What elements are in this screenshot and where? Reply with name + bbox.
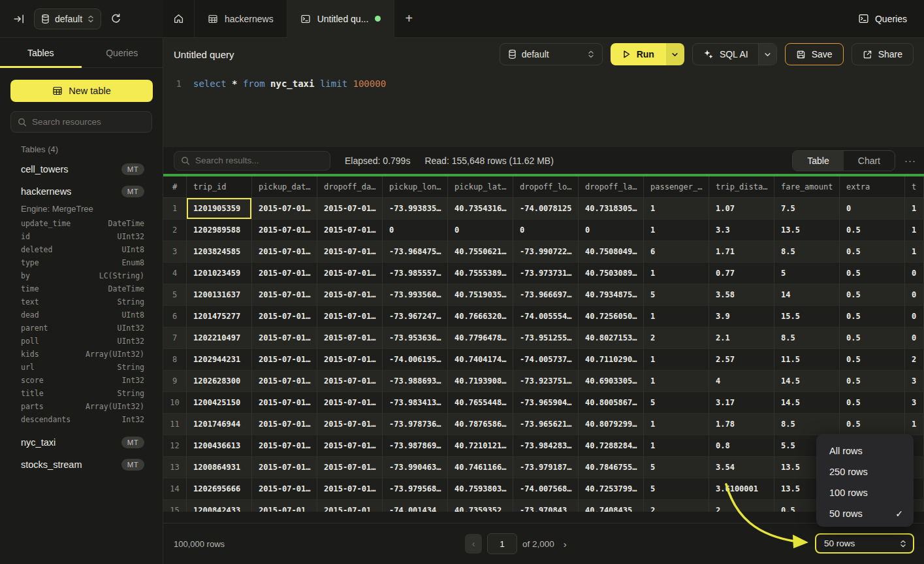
table-cell[interactable]: 0 (383, 220, 448, 241)
table-cell[interactable]: 40.7508049… (579, 241, 644, 263)
table-cell[interactable]: -73.978736… (383, 414, 448, 435)
table-cell[interactable]: -73.965904… (513, 392, 579, 414)
table-cell[interactable]: 2015-07-01… (252, 241, 317, 263)
table-cell[interactable]: 0.5 (840, 263, 905, 284)
table-cell[interactable]: -73.970843 (513, 500, 579, 512)
table-cell[interactable]: 0 (905, 306, 924, 327)
table-cell[interactable]: 40.7210121… (448, 435, 513, 457)
table-cell[interactable]: 40.7519035… (448, 284, 513, 306)
table-cell[interactable]: 2015-07-01… (317, 478, 383, 500)
menu-item-250-rows[interactable]: 250 rows (816, 461, 914, 482)
table-cell[interactable]: 5 (644, 457, 709, 478)
table-cell[interactable]: 40.7593803… (448, 478, 513, 500)
table-cell[interactable]: 40.7934875… (579, 284, 644, 306)
table-cell[interactable]: 2015-07-01… (317, 327, 383, 349)
table-cell[interactable]: 40.7666320… (448, 306, 513, 327)
table-cell[interactable]: 2015-07-01… (317, 306, 383, 327)
new-tab-button[interactable]: + (394, 0, 423, 37)
table-cell[interactable]: 2015-07-01… (252, 349, 317, 371)
table-cell[interactable]: 2015-07-01… (252, 263, 317, 284)
table-cell[interactable]: 2 (644, 327, 709, 349)
table-cell[interactable]: 40.7655448… (448, 392, 513, 414)
table-cell[interactable]: 2015-07-01… (317, 241, 383, 263)
table-cell[interactable]: 1 (905, 414, 924, 435)
table-cell[interactable]: 1.71 (709, 241, 774, 263)
table-cell[interactable]: 0.5 (840, 392, 905, 414)
table-cell[interactable]: 2015-07-01… (317, 198, 383, 220)
menu-item-100-rows[interactable]: 100 rows (816, 482, 914, 503)
table-cell[interactable]: 2015-07-01… (317, 284, 383, 306)
table-cell[interactable]: 1203824585 (187, 241, 252, 263)
column-header-t[interactable]: t (905, 176, 924, 197)
table-cell[interactable]: 0 (905, 263, 924, 284)
table-cell[interactable]: 1200842433 (187, 500, 252, 512)
table-cell[interactable]: 40.7876586… (448, 414, 513, 435)
table-cell[interactable]: 14.5 (774, 371, 840, 392)
table-cell[interactable]: 2015-07-01… (252, 435, 317, 457)
table-cell[interactable]: 1202989588 (187, 220, 252, 241)
table-cell[interactable]: 2 (905, 349, 924, 371)
query-database-selector[interactable]: default (500, 43, 603, 65)
table-cell[interactable]: 0.5 (840, 306, 905, 327)
table-cell[interactable]: 40.7288284… (579, 435, 644, 457)
table-cell[interactable]: 40.7256050… (579, 306, 644, 327)
column-header-passenger_[interactable]: passenger_… (644, 176, 709, 197)
table-cell[interactable]: -73.966697… (513, 284, 579, 306)
table-cell[interactable]: 2 (709, 500, 774, 512)
table-cell[interactable]: 1 (644, 371, 709, 392)
table-cell[interactable]: 40.7461166… (448, 457, 513, 478)
table-cell[interactable]: 0.5 (840, 349, 905, 371)
table-cell[interactable]: 0 (905, 284, 924, 306)
table-cell[interactable]: 5 (644, 284, 709, 306)
table-cell[interactable]: 3.6100001 (709, 478, 774, 500)
table-cell[interactable]: 40.6903305… (579, 371, 644, 392)
table-cell[interactable]: 2 (644, 500, 709, 512)
column-header-dropoff_da[interactable]: dropoff_da… (317, 176, 383, 197)
table-cell[interactable]: 2015-07-01… (252, 392, 317, 414)
table-cell[interactable]: 2015-07-01… (252, 414, 317, 435)
table-cell[interactable]: 0.5 (840, 241, 905, 263)
table-cell[interactable]: 2015-07-01 (317, 500, 383, 512)
table-cell[interactable]: 2015-07-01… (317, 414, 383, 435)
column-header-pickup_dat[interactable]: pickup_dat… (252, 176, 317, 197)
table-cell[interactable]: 1201475277 (187, 306, 252, 327)
more-options-button[interactable]: ··· (904, 155, 916, 166)
next-page-button[interactable]: › (560, 539, 571, 550)
table-cell[interactable]: 15.5 (774, 306, 840, 327)
table-cell[interactable]: 3.58 (709, 284, 774, 306)
table-cell[interactable]: 0.77 (709, 263, 774, 284)
column-header-pickup_lat[interactable]: pickup_lat… (448, 176, 513, 197)
sidebar-tab-tables[interactable]: Tables (0, 38, 82, 67)
column-header-rownum[interactable]: # (163, 176, 187, 197)
table-cell[interactable]: -73.965621… (513, 414, 579, 435)
table-cell[interactable]: 0 (513, 220, 579, 241)
table-cell[interactable]: 3.9 (709, 306, 774, 327)
table-cell[interactable]: 2015-07-01… (252, 306, 317, 327)
table-cell[interactable]: 40.7318305… (579, 198, 644, 220)
table-cell[interactable]: 1 (644, 220, 709, 241)
table-cell[interactable]: -73.923751… (513, 371, 579, 392)
share-button[interactable]: Share (852, 43, 914, 65)
run-options-button[interactable] (666, 43, 684, 65)
table-cell[interactable]: -74.005554… (513, 306, 579, 327)
table-cell[interactable]: 1202210497 (187, 327, 252, 349)
table-cell[interactable]: -74.007568… (513, 478, 579, 500)
table-cell[interactable]: 40.7555389… (448, 263, 513, 284)
save-button[interactable]: Save (785, 43, 844, 65)
database-selector[interactable]: default (34, 8, 101, 29)
table-cell[interactable]: 11.5 (774, 349, 840, 371)
page-number-input[interactable] (487, 533, 517, 554)
table-cell[interactable]: 0 (579, 220, 644, 241)
results-search-input[interactable] (195, 156, 313, 165)
table-cell[interactable]: 40.8079299… (579, 414, 644, 435)
column-header-fare_amount[interactable]: fare_amount (774, 176, 840, 197)
table-cell[interactable]: 2015-07-01… (252, 284, 317, 306)
table-cell[interactable]: 0.5 (840, 327, 905, 349)
table-cell[interactable]: 13.5 (774, 220, 840, 241)
table-cell[interactable]: 1201746944 (187, 414, 252, 435)
table-cell[interactable]: -74.001434 (383, 500, 448, 512)
table-cell[interactable]: 2015-07-01… (317, 263, 383, 284)
table-cell[interactable]: 2015-07-01… (317, 457, 383, 478)
table-cell[interactable]: -73.951255… (513, 327, 579, 349)
table-cell[interactable]: 7.5 (774, 198, 840, 220)
